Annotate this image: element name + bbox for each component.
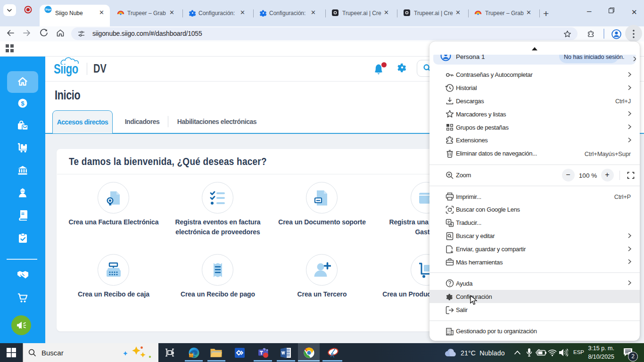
svg-text:$: $: [21, 100, 25, 107]
svg-text:Siigo: Siigo: [45, 8, 51, 11]
